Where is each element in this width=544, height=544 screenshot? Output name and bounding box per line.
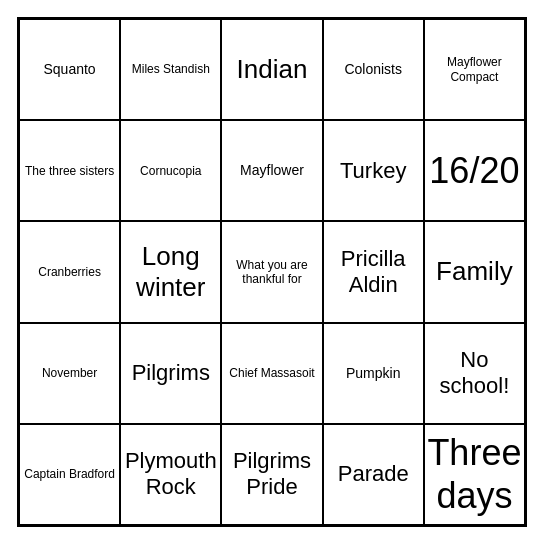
cell-r3c1: Pilgrims <box>120 323 221 424</box>
cell-text-r3c1: Pilgrims <box>132 360 210 386</box>
cell-text-r4c4: Three days <box>427 431 521 517</box>
cell-r0c1: Miles Standish <box>120 19 221 120</box>
cell-r4c2: Pilgrims Pride <box>221 424 322 525</box>
cell-r3c3: Pumpkin <box>323 323 424 424</box>
cell-text-r0c1: Miles Standish <box>132 62 210 76</box>
cell-r2c2: What you are thankful for <box>221 221 322 322</box>
cell-r4c1: Plymouth Rock <box>120 424 221 525</box>
cell-r1c3: Turkey <box>323 120 424 221</box>
cell-text-r1c3: Turkey <box>340 158 406 184</box>
cell-r3c0: November <box>19 323 120 424</box>
cell-r1c4: 16/20 <box>424 120 525 221</box>
cell-r1c1: Cornucopia <box>120 120 221 221</box>
cell-text-r3c3: Pumpkin <box>346 365 400 382</box>
cell-text-r2c4: Family <box>436 256 513 287</box>
cell-text-r2c2: What you are thankful for <box>226 258 317 287</box>
cell-text-r2c0: Cranberries <box>38 265 101 279</box>
cell-r2c4: Family <box>424 221 525 322</box>
cell-r0c0: Squanto <box>19 19 120 120</box>
cell-r4c3: Parade <box>323 424 424 525</box>
cell-text-r4c1: Plymouth Rock <box>125 448 217 501</box>
cell-r4c4: Three days <box>424 424 525 525</box>
cell-text-r3c0: November <box>42 366 97 380</box>
cell-text-r1c2: Mayflower <box>240 162 304 179</box>
cell-r1c0: The three sisters <box>19 120 120 221</box>
cell-text-r4c3: Parade <box>338 461 409 487</box>
cell-text-r0c4: Mayflower Compact <box>429 55 520 84</box>
cell-text-r0c2: Indian <box>237 54 308 85</box>
cell-r3c2: Chief Massasoit <box>221 323 322 424</box>
cell-r2c3: Pricilla Aldin <box>323 221 424 322</box>
bingo-board: SquantoMiles StandishIndianColonistsMayf… <box>17 17 527 527</box>
cell-text-r3c2: Chief Massasoit <box>229 366 314 380</box>
cell-text-r2c1: Long winter <box>125 241 216 303</box>
cell-text-r0c3: Colonists <box>344 61 402 78</box>
cell-text-r2c3: Pricilla Aldin <box>328 246 419 299</box>
cell-text-r1c4: 16/20 <box>429 149 519 192</box>
cell-r0c3: Colonists <box>323 19 424 120</box>
cell-text-r1c0: The three sisters <box>25 164 114 178</box>
cell-r2c1: Long winter <box>120 221 221 322</box>
cell-text-r4c2: Pilgrims Pride <box>226 448 317 501</box>
cell-text-r1c1: Cornucopia <box>140 164 201 178</box>
cell-text-r3c4: No school! <box>429 347 520 400</box>
cell-r3c4: No school! <box>424 323 525 424</box>
cell-r0c4: Mayflower Compact <box>424 19 525 120</box>
cell-r4c0: Captain Bradford <box>19 424 120 525</box>
cell-r2c0: Cranberries <box>19 221 120 322</box>
cell-text-r0c0: Squanto <box>44 61 96 78</box>
cell-text-r4c0: Captain Bradford <box>24 467 115 481</box>
cell-r1c2: Mayflower <box>221 120 322 221</box>
cell-r0c2: Indian <box>221 19 322 120</box>
